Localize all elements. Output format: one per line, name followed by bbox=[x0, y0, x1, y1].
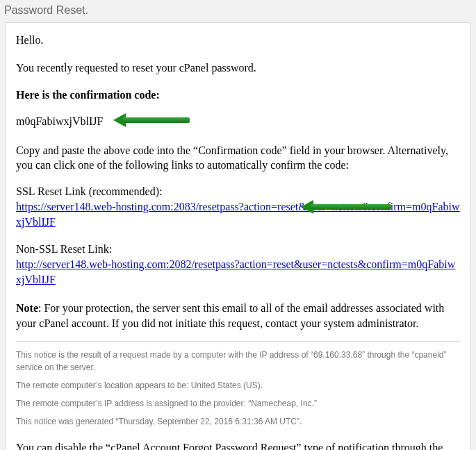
notice-ip: This notice is the result of a request m… bbox=[16, 349, 460, 374]
divider bbox=[16, 341, 460, 342]
greeting-text: Hello. bbox=[16, 33, 460, 48]
nonssl-reset-link[interactable]: http://server148.web-hosting.com:2082/re… bbox=[16, 258, 455, 285]
ssl-link-label: SSL Reset Link (recommended): bbox=[16, 185, 460, 198]
email-viewport: Password Reset. Hello. You recently requ… bbox=[0, 0, 476, 450]
intro-text: You recently requested to reset your cPa… bbox=[16, 60, 460, 76]
email-body-card: Hello. You recently requested to reset y… bbox=[6, 22, 470, 450]
disable-line: You can disable the “cPanel Account Forg… bbox=[16, 440, 460, 450]
notice-location: The remote computer’s location appears t… bbox=[16, 379, 460, 392]
notice-generated: This notice was generated “Thursday, Sep… bbox=[16, 415, 460, 428]
note-block: Note: For your protection, the server se… bbox=[16, 301, 460, 331]
ssl-link-block: SSL Reset Link (recommended): https://se… bbox=[16, 185, 460, 229]
nonssl-link-block: Non-SSL Reset Link: http://server148.web… bbox=[16, 243, 460, 287]
arrow-icon bbox=[113, 115, 190, 125]
confirmation-code-row: m0qFabiwxjVblIJF bbox=[16, 115, 460, 128]
notice-provider: The remote computer’s IP address is assi… bbox=[16, 397, 460, 410]
note-text: : For your protection, the server sent t… bbox=[16, 302, 444, 329]
instructions-text: Copy and paste the above code into the “… bbox=[16, 143, 460, 173]
code-heading: Here is the confirmation code: bbox=[16, 88, 460, 103]
note-label: Note bbox=[16, 302, 38, 314]
confirmation-code: m0qFabiwxjVblIJF bbox=[16, 115, 103, 127]
page-title: Password Reset. bbox=[0, 0, 476, 22]
disable-prefix: You can disable the “cPanel Account Forg… bbox=[16, 442, 443, 450]
nonssl-link-label: Non-SSL Reset Link: bbox=[16, 243, 460, 256]
ssl-reset-link[interactable]: https://server148.web-hosting.com:2083/r… bbox=[16, 201, 460, 228]
